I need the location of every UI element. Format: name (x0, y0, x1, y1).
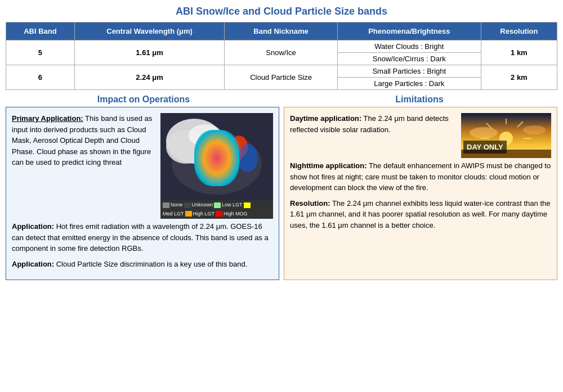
app2-label: Application: (12, 260, 54, 268)
band-6-wavelength: 2.24 μm (74, 65, 224, 90)
band-5-number: 5 (6, 40, 75, 65)
band-5-phenomena-2: Snow/Ice/Cirrus : Dark (337, 53, 481, 65)
col-header-phenomena: Phenomena/Brightness (337, 22, 481, 40)
band-6-resolution: 2 km (481, 65, 557, 90)
band-5-phenomena-1: Water Clouds : Bright (337, 40, 481, 53)
band-6-phenomena-2: Large Particles : Dark (337, 78, 481, 90)
satellite-image: None Unknown Low LGT Med LGT High LGT Hi… (160, 113, 273, 219)
col-header-resolution: Resolution (481, 22, 557, 40)
band-5-resolution: 1 km (481, 40, 557, 65)
left-panel: None Unknown Low LGT Med LGT High LGT Hi… (6, 107, 279, 280)
col-header-wavelength: Central Wavelength (μm) (74, 22, 224, 40)
day-image: DAY ONLY (461, 113, 551, 158)
band-6-number: 6 (6, 65, 75, 90)
bottom-panels: None Unknown Low LGT Med LGT High LGT Hi… (6, 107, 557, 280)
night-app-label: Nighttime application: (290, 161, 367, 170)
main-table: ABI Band Central Wavelength (μm) Band Ni… (6, 22, 557, 90)
svg-point-6 (211, 155, 234, 172)
svg-point-7 (238, 144, 258, 172)
band-6-nickname: Cloud Particle Size (225, 65, 338, 90)
resolution-section: Resolution: The 2.24 μm channel exhibits… (290, 198, 551, 231)
right-panel: DAY ONLY Daytime application: The 2.24 μ… (284, 107, 557, 280)
svg-point-17 (523, 125, 546, 134)
app1-section: Application: Hot fires emit radiation wi… (12, 221, 273, 254)
band-5-wavelength: 1.61 μm (74, 40, 224, 65)
app2-text: Cloud Particle Size discrimination is a … (56, 260, 248, 268)
col-header-band: ABI Band (6, 22, 75, 40)
section-headers: Impact on Operations Limitations (6, 94, 557, 105)
day-image-visual: DAY ONLY (461, 113, 551, 158)
band-5-nickname: Snow/Ice (225, 40, 338, 65)
primary-app-label: Primary Application: (12, 114, 83, 123)
sat-legend: None Unknown Low LGT Med LGT High LGT Hi… (160, 200, 273, 219)
left-section-header: Impact on Operations (6, 94, 282, 105)
page-title: ABI Snow/Ice and Cloud Particle Size ban… (6, 6, 557, 17)
nighttime-section: Nighttime application: The default enhan… (290, 160, 551, 193)
day-only-label: DAY ONLY (463, 141, 507, 154)
svg-point-8 (189, 124, 222, 147)
sat-image-visual (160, 113, 273, 200)
col-header-nickname: Band Nickname (225, 22, 338, 40)
svg-point-16 (470, 127, 498, 138)
resolution-label: Resolution: (290, 199, 330, 208)
day-app-label: Daytime application: (290, 114, 361, 123)
app1-label: Application: (12, 222, 54, 231)
app2-section: Application: Cloud Particle Size discrim… (12, 259, 273, 270)
band-6-phenomena-1: Small Particles : Bright (337, 65, 481, 78)
right-section-header: Limitations (282, 94, 557, 105)
